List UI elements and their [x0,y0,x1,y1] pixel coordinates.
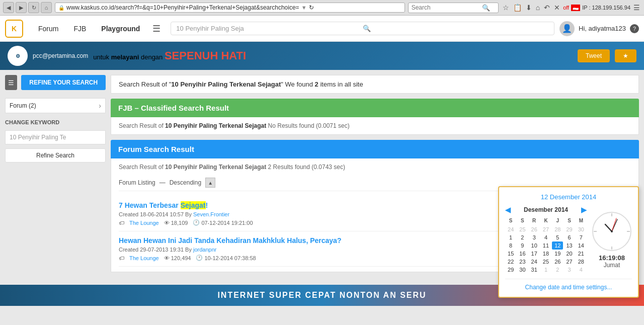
reload-button[interactable]: ↻ [28,2,39,13]
cal-cell[interactable]: 6 [564,233,575,241]
user-avatar[interactable]: 👤 [559,21,575,36]
cal-cell[interactable]: 18 [540,250,551,258]
cal-prev-button[interactable]: ◀ [505,206,511,214]
post-link-2[interactable]: Hewan Hewan Ini Jadi Tanda Kehadiran Mak… [119,236,341,245]
cal-cell[interactable]: 19 [552,250,563,258]
cal-today-cell[interactable]: 12 [552,241,563,250]
change-datetime-link[interactable]: Change date and time settings... [525,284,612,291]
post-created-1: Created 18-06-2014 10:57 By [119,211,193,217]
cal-cell[interactable]: 17 [529,250,540,258]
browser-search-input[interactable] [412,4,482,11]
cal-cell[interactable]: 24 [529,258,540,266]
calendar-grid: S S R K J S M 24 25 26 27 28 29 30 [505,217,587,274]
cal-cell[interactable]: 13 [564,241,575,250]
cal-cell[interactable]: 11 [540,241,551,250]
sidebar-toggle[interactable]: ☰ [5,75,17,90]
cal-cell[interactable]: 29 [505,266,516,274]
cal-cell[interactable]: 2 [552,266,563,274]
cal-cell[interactable]: 30 [517,266,528,274]
cal-cell[interactable]: 14 [576,241,587,250]
cal-cell[interactable]: 25 [517,225,528,233]
cal-cell[interactable]: 26 [529,225,540,233]
post-link-1[interactable]: 7 Hewan Terbesar Sejagat! [119,201,208,209]
cal-cell[interactable]: 4 [576,266,587,274]
eye-icon-1: 👁 [164,220,170,226]
cal-next-button[interactable]: ▶ [581,206,587,214]
cal-cell[interactable]: 4 [540,233,551,241]
close-icon[interactable]: ✕ [553,3,561,13]
site-logo[interactable]: K [5,20,23,38]
cal-cell[interactable]: 24 [505,225,516,233]
cal-cell[interactable]: 26 [552,258,563,266]
post-created-2: Created 29-07-2013 19:31 By [119,247,193,253]
day-header-s3: S [564,217,575,224]
search-suffix: " We found [281,80,314,88]
cal-cell[interactable]: 22 [505,258,516,266]
nav-hamburger-icon[interactable]: ☰ [147,23,166,34]
nav-search-text: 10 Penyihir Paling Seja [176,25,362,32]
refresh-icon[interactable]: ↶ [543,3,551,13]
browser-search-box[interactable]: 🔍 [408,3,499,13]
history-icon[interactable]: 📋 [512,3,523,13]
cal-cell[interactable]: 9 [517,241,528,250]
cal-cell[interactable]: 31 [529,266,540,274]
cal-cell[interactable]: 20 [564,250,575,258]
refine-button[interactable]: REFINE YOUR SEARCH [21,75,106,90]
cal-cell[interactable]: 27 [540,225,551,233]
sort-button[interactable]: ▲ [205,178,215,188]
post-tag-2[interactable]: The Lounge [129,255,159,261]
address-text: www.kaskus.co.id/search?f=&q=10+Penyihir… [66,4,299,11]
menu-icon[interactable]: ☰ [632,3,641,13]
nav-search-box[interactable]: 10 Penyihir Paling Seja 🔍 [171,22,554,35]
help-icon[interactable]: ? [630,24,639,33]
download-icon[interactable]: ⬇ [525,3,533,13]
post-tag-1[interactable]: The Lounge [129,220,159,226]
off-label: off [563,5,569,11]
last-post-time-2: 10-12-2014 07:38:58 [204,255,256,261]
keyword-input[interactable] [5,130,106,144]
cal-cell[interactable]: 23 [517,258,528,266]
cal-cell[interactable]: 16 [517,250,528,258]
cal-cell[interactable]: 2 [517,233,528,241]
cal-cell[interactable]: 28 [552,225,563,233]
home-nav-icon[interactable]: ⌂ [535,3,541,13]
nav-playground[interactable]: Playground [94,16,147,42]
refine-search-button[interactable]: Refine Search [5,148,106,162]
tag-icon-2: 🏷 [119,255,124,261]
cal-cell[interactable]: 30 [576,225,587,233]
nav-fjb[interactable]: FJB [66,16,94,42]
cal-cell[interactable]: 25 [540,258,551,266]
nav-search-icon[interactable]: 🔍 [363,25,549,32]
cal-cell[interactable]: 15 [505,250,516,258]
banner-text-suffix: dengan [141,53,165,61]
star-button[interactable]: ★ [615,49,636,62]
cal-cell[interactable]: 29 [564,225,575,233]
nav-forum[interactable]: Forum [31,16,66,42]
cal-cell[interactable]: 10 [529,241,540,250]
address-bar[interactable]: 🔒 www.kaskus.co.id/search?f=&q=10+Penyih… [55,3,405,13]
cal-cell[interactable]: 1 [505,233,516,241]
browser-search-icon[interactable]: 🔍 [482,4,490,12]
tweet-button[interactable]: Tweet [578,49,610,62]
home-button[interactable]: ⌂ [41,2,52,13]
bookmark-icon[interactable]: ☆ [502,3,510,13]
cal-cell[interactable]: 8 [505,241,516,250]
forward-button[interactable]: ▶ [16,2,27,13]
calendar-nav: ◀ Desember 2014 ▶ [505,206,587,214]
cal-cell[interactable]: 3 [529,233,540,241]
calendar-right: 16:19:08 Jumat [592,206,632,274]
cal-cell[interactable]: 27 [564,258,575,266]
back-button[interactable]: ◀ [3,2,14,13]
forum-filter[interactable]: Forum (2) › [5,98,106,113]
post-author-link-2[interactable]: jordanpnr [193,247,216,253]
cal-cell[interactable]: 3 [564,266,575,274]
cal-cell[interactable]: 5 [552,233,563,241]
cal-cell[interactable]: 21 [576,250,587,258]
cal-cell[interactable]: 7 [576,233,587,241]
cal-cell[interactable]: 28 [576,258,587,266]
cal-week-5: 22 23 24 25 26 27 28 [505,258,587,266]
post-last-2: 🕐 10-12-2014 07:38:58 [196,255,256,261]
flag-icon: 🇮🇩 [571,5,580,11]
post-author-link-1[interactable]: Seven.Frontier [193,211,229,217]
cal-cell[interactable]: 1 [540,266,551,274]
